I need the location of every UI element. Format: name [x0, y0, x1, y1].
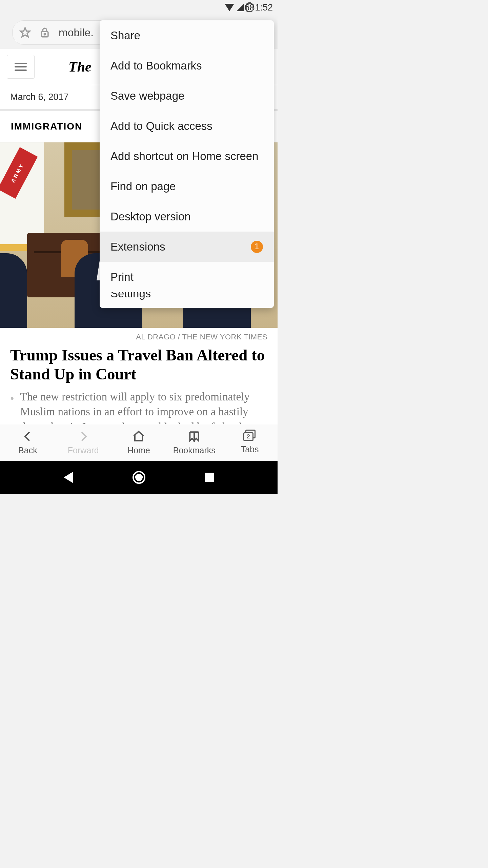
- chevron-right-icon: [77, 430, 90, 443]
- menu-item-find-on-page[interactable]: Find on page: [100, 171, 274, 201]
- home-button[interactable]: Home: [111, 424, 167, 461]
- star-icon[interactable]: [19, 27, 31, 38]
- site-brand[interactable]: The: [68, 59, 92, 75]
- menu-item-share[interactable]: Share: [100, 20, 274, 51]
- tabs-button[interactable]: 2 Tabs: [222, 424, 278, 461]
- home-icon: [132, 430, 145, 443]
- status-time: 1:52: [255, 2, 273, 13]
- menu-item-settings[interactable]: Settings: [100, 292, 274, 308]
- system-back-button[interactable]: [64, 472, 73, 483]
- bookmarks-button[interactable]: Bookmarks: [166, 424, 222, 461]
- forward-button: Forward: [56, 424, 111, 461]
- overflow-menu: Share Add to Bookmarks Save webpage Add …: [100, 20, 274, 308]
- wifi-icon: [225, 4, 234, 11]
- menu-item-quick-access[interactable]: Add to Quick access: [100, 111, 274, 141]
- system-recent-button[interactable]: [205, 473, 214, 482]
- system-home-button[interactable]: [133, 471, 145, 484]
- menu-item-desktop-version[interactable]: Desktop version: [100, 201, 274, 232]
- flag-text: ARMY: [0, 147, 38, 199]
- menu-item-extensions[interactable]: Extensions 1: [100, 232, 274, 262]
- system-nav-bar: [0, 461, 278, 494]
- browser-toolbar: Back Forward Home Bookmarks 2 Tabs: [0, 424, 278, 461]
- back-button[interactable]: Back: [0, 424, 56, 461]
- tabs-icon: 2: [243, 431, 256, 442]
- lock-icon: [39, 27, 50, 38]
- svg-marker-0: [20, 28, 30, 37]
- status-bar: 68 1:52: [0, 0, 278, 15]
- menu-item-save-webpage[interactable]: Save webpage: [100, 81, 274, 111]
- extensions-badge: 1: [251, 241, 263, 253]
- menu-item-print[interactable]: Print: [100, 262, 274, 292]
- signal-icon: [237, 4, 244, 11]
- chevron-left-icon: [21, 430, 34, 443]
- menu-item-add-bookmarks[interactable]: Add to Bookmarks: [100, 51, 274, 81]
- bookmarks-icon: [188, 430, 201, 443]
- url-text[interactable]: mobile.: [59, 26, 94, 39]
- menu-item-home-shortcut[interactable]: Add shortcut on Home screen: [100, 141, 274, 171]
- article-headline[interactable]: Trump Issues a Travel Ban Altered to Sta…: [0, 344, 278, 389]
- photo-credit: AL DRAGO / THE NEW YORK TIMES: [0, 328, 278, 344]
- battery-icon: 68: [246, 3, 252, 12]
- hamburger-button[interactable]: [7, 55, 35, 79]
